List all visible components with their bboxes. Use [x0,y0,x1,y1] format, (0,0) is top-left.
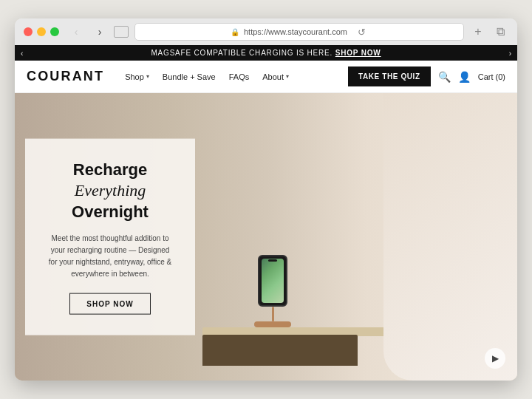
browser-content: MAGSAFE COMPATIBLE CHARGING IS HERE. SHO… [15,45,517,381]
nav-item-bundle[interactable]: Bundle + Save [157,72,222,81]
charging-cable [272,307,274,321]
navbar: COURANT Shop ▾ Bundle + Save FAQs About … [15,61,517,93]
maximize-button[interactable] [50,27,59,36]
minimize-button[interactable] [37,27,46,36]
hero-title-italic: Everything [75,181,146,200]
account-icon[interactable]: 👤 [458,71,471,83]
window-icon [114,26,129,38]
hero-title-text1: Recharge [73,160,147,178]
bedding-element [383,93,517,381]
nightstand-body [202,335,358,366]
stand-base [254,321,291,327]
nav-menu: Shop ▾ Bundle + Save FAQs About ▾ [119,72,348,81]
announcement-cta[interactable]: SHOP NOW [335,49,381,57]
phone-screen [262,259,284,303]
hero-title-text2: Overnight [72,202,149,220]
url-text: https://www.staycourant.com [244,27,347,36]
nav-icons: 🔍 👤 Cart (0) [438,71,505,83]
close-button[interactable] [24,27,33,36]
announcement-next-button[interactable]: › [503,49,517,57]
lock-icon: 🔒 [231,28,239,36]
reload-button[interactable]: ↺ [355,25,368,38]
cart-label[interactable]: Cart (0) [478,72,505,81]
hero-section: THE NEW ARCHAIOL... PARTIES ON A CURIOUS… [15,93,517,381]
chevron-down-icon: ▾ [146,73,149,80]
nightstand-scene: THE NEW ARCHAIOL... PARTIES ON A CURIOUS… [166,93,517,381]
nav-item-shop[interactable]: Shop ▾ [119,72,155,81]
take-quiz-button[interactable]: TAKE THE QUIZ [348,66,431,86]
hero-content-card: Recharge Everything Overnight Meet the m… [25,138,195,335]
announcement-text: MAGSAFE COMPATIBLE CHARGING IS HERE. SHO… [15,45,517,61]
phone-notch [268,259,277,262]
title-bar: ‹ › 🔒 https://www.staycourant.com ↺ + ⧉ [15,18,517,45]
announcement-prev-button[interactable]: ‹ [15,49,29,57]
back-button[interactable]: ‹ [69,25,83,38]
forward-button[interactable]: › [93,25,106,38]
announcement-bar: MAGSAFE COMPATIBLE CHARGING IS HERE. SHO… [15,45,517,61]
hero-subtitle: Meet the most thoughtful addition to you… [47,233,173,280]
phone-stand [254,255,291,327]
scroll-indicator[interactable]: ▶ [485,348,505,369]
brand-logo[interactable]: COURANT [27,69,104,84]
shop-now-button[interactable]: SHOP NOW [69,293,151,315]
address-bar[interactable]: 🔒 https://www.staycourant.com ↺ [134,23,464,41]
search-icon[interactable]: 🔍 [438,71,451,83]
hero-title: Recharge Everything Overnight [47,159,173,222]
nav-item-faqs[interactable]: FAQs [223,72,256,81]
announcement-message: MAGSAFE COMPATIBLE CHARGING IS HERE. [151,49,332,57]
traffic-lights [24,27,59,36]
new-tab-button[interactable]: + [470,24,486,40]
phone-device [258,255,287,307]
tab-overview-button[interactable]: ⧉ [492,24,508,40]
browser-window: ‹ › 🔒 https://www.staycourant.com ↺ + ⧉ … [15,18,517,381]
nav-item-about[interactable]: About ▾ [256,72,295,81]
chevron-down-icon-2: ▾ [286,73,289,80]
